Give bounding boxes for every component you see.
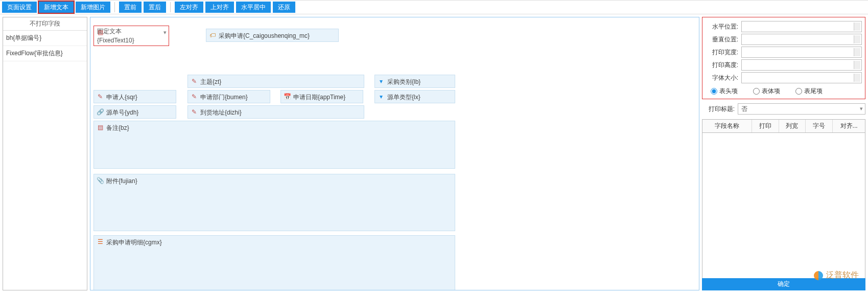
toolbar-separator xyxy=(170,2,171,12)
hpos-label: 水平位置: xyxy=(706,22,741,31)
pwidth-input[interactable]: ▴▾ xyxy=(741,47,862,58)
field-label: 源单号{ydh} xyxy=(106,109,138,116)
gh-align[interactable]: 对齐... xyxy=(833,120,865,132)
field-fixed-text[interactable]: ▤ 固定文本 {FixedText10} xyxy=(93,26,169,46)
print-title-label: 打印标题: xyxy=(702,105,738,114)
field-label: 主题{zt} xyxy=(200,78,221,85)
field-arrive-addr[interactable]: ✎ 到货地址{dizhi} xyxy=(187,105,364,119)
dropdown-icon: ▾ xyxy=(377,93,385,101)
field-label: 采购申请{C_caigoushenqing_mc} xyxy=(219,32,310,39)
grid-body[interactable] xyxy=(702,133,865,278)
hpos-input[interactable]: ▴▾ xyxy=(741,21,862,32)
align-top-button[interactable]: 上对齐 xyxy=(205,2,234,13)
field-src-no[interactable]: 🔗 源单号{ydh} xyxy=(93,105,176,119)
attachment-icon: 📎 xyxy=(96,176,104,185)
noprint-item[interactable]: bh{单据编号} xyxy=(3,31,87,46)
field-applicant[interactable]: ✎ 申请人{sqr} xyxy=(93,90,176,103)
field-label: 到货地址{dizhi} xyxy=(200,109,242,116)
text-icon: ▤ xyxy=(96,28,104,36)
calendar-icon: 📅 xyxy=(283,93,291,101)
field-label: 申请部门{bumen} xyxy=(200,94,248,101)
field-label: 附件{fujian} xyxy=(106,177,137,185)
gh-colw[interactable]: 列宽 xyxy=(779,120,806,132)
field-title[interactable]: 🏷 采购申请{C_caigoushenqing_mc} xyxy=(206,29,339,42)
radio-tail[interactable]: 表尾项 xyxy=(795,87,823,96)
field-purchase-type[interactable]: ▾ 采购类别{lb} xyxy=(374,75,455,88)
field-label: 采购申请明细{cgmx} xyxy=(106,239,162,246)
property-highlight-zone: 水平位置: ▴▾ 垂直位置: ▴▾ 打印宽度: ▴▾ 打印高度: ▴▾ 字体大小… xyxy=(702,17,865,99)
fontsize-label: 字体大小: xyxy=(706,74,741,82)
gh-name[interactable]: 字段名称 xyxy=(702,120,752,132)
edit-icon: ✎ xyxy=(190,108,198,116)
noprint-panel-title: 不打印字段 xyxy=(3,17,87,31)
send-back-button[interactable]: 置后 xyxy=(144,2,166,13)
field-detail[interactable]: ☰ 采购申请明细{cgmx} xyxy=(93,235,455,290)
field-label: 源单类型{lx} xyxy=(387,94,420,101)
edit-icon: ✎ xyxy=(190,77,198,85)
toolbar-separator xyxy=(114,2,115,12)
list-icon: ☰ xyxy=(96,238,104,246)
add-image-button[interactable]: 新增图片 xyxy=(76,2,110,13)
toolbar: 页面设置 新增文本 新增图片 置前 置后 左对齐 上对齐 水平居中 还原 xyxy=(0,0,868,14)
field-apply-date[interactable]: 📅 申请日期{appTime} xyxy=(280,90,363,103)
center-horizontal-button[interactable]: 水平居中 xyxy=(236,2,271,13)
print-title-select[interactable]: 否 xyxy=(738,103,865,115)
section-radios: 表头项 表体项 表尾项 xyxy=(706,85,862,97)
gh-print[interactable]: 打印 xyxy=(752,120,779,132)
dropdown-icon: ▾ xyxy=(377,77,385,85)
fontsize-input[interactable]: ▴▾ xyxy=(741,72,862,83)
ok-button[interactable]: 确定 xyxy=(702,278,865,290)
text-icon: ▤ xyxy=(96,123,104,131)
grid-header: 字段名称 打印 列宽 字号 对齐... xyxy=(702,120,865,133)
pheight-label: 打印高度: xyxy=(706,61,741,70)
restore-button[interactable]: 还原 xyxy=(273,2,295,13)
gh-font[interactable]: 字号 xyxy=(806,120,833,132)
noprint-item[interactable]: FixedFlow{审批信息} xyxy=(3,46,87,61)
field-subject[interactable]: ✎ 主题{zt} xyxy=(187,75,364,88)
noprint-panel: 不打印字段 bh{单据编号} FixedFlow{审批信息} xyxy=(3,17,87,290)
field-src-type[interactable]: ▾ 源单类型{lx} xyxy=(374,90,455,103)
fields-grid: 字段名称 打印 列宽 字号 对齐... xyxy=(702,119,865,278)
bring-front-button[interactable]: 置前 xyxy=(119,2,142,13)
radio-body[interactable]: 表体项 xyxy=(753,87,780,96)
field-attachment[interactable]: 📎 附件{fujian} xyxy=(93,174,455,231)
radio-head[interactable]: 表头项 xyxy=(711,87,738,96)
field-remark[interactable]: ▤ 备注{bz} xyxy=(93,121,455,169)
tag-icon: 🏷 xyxy=(208,31,217,39)
link-icon: 🔗 xyxy=(96,108,104,116)
vpos-input[interactable]: ▴▾ xyxy=(741,34,862,45)
edit-icon: ✎ xyxy=(96,93,104,101)
field-apply-dept[interactable]: ✎ 申请部门{bumen} xyxy=(187,90,270,103)
align-left-button[interactable]: 左对齐 xyxy=(175,2,203,13)
page-settings-button[interactable]: 页面设置 xyxy=(2,2,37,13)
vpos-label: 垂直位置: xyxy=(706,35,741,44)
field-label: 申请人{sqr} xyxy=(106,94,137,101)
field-label: 备注{bz} xyxy=(106,124,129,131)
edit-icon: ✎ xyxy=(190,93,198,101)
field-label: 申请日期{appTime} xyxy=(293,94,345,101)
field-label: 采购类别{lb} xyxy=(387,78,420,85)
property-panel: 水平位置: ▴▾ 垂直位置: ▴▾ 打印宽度: ▴▾ 打印高度: ▴▾ 字体大小… xyxy=(702,17,865,290)
pwidth-label: 打印宽度: xyxy=(706,48,741,57)
pheight-input[interactable]: ▴▾ xyxy=(741,59,862,71)
add-text-button[interactable]: 新增文本 xyxy=(39,2,74,13)
design-canvas[interactable]: ▤ 固定文本 {FixedText10} 🏷 采购申请{C_caigoushen… xyxy=(90,17,699,290)
